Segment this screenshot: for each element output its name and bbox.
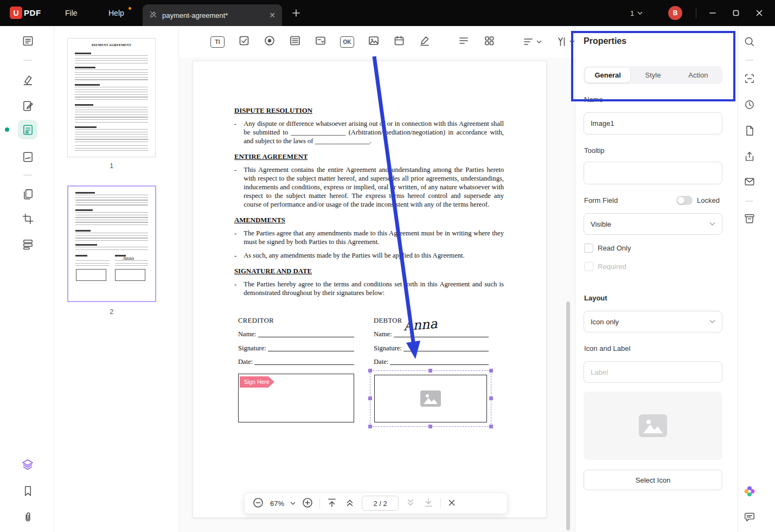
properties-tabs: General Style Action — [584, 66, 722, 84]
window-minimize-button[interactable] — [703, 0, 722, 26]
chevron-down-icon — [709, 222, 715, 226]
resize-handle-se[interactable] — [489, 425, 493, 428]
radio-field-icon[interactable] — [264, 35, 276, 49]
label-input[interactable] — [584, 361, 722, 383]
export-icon[interactable] — [744, 125, 755, 137]
chat-icon[interactable] — [744, 511, 755, 523]
resize-handle-sw[interactable] — [368, 425, 372, 428]
menu-help[interactable]: Help — [108, 0, 124, 26]
date-field-icon[interactable] — [393, 35, 405, 49]
push-button-icon[interactable]: OK — [340, 36, 354, 48]
chevron-down-icon — [637, 11, 643, 15]
read-mode-icon[interactable] — [21, 34, 34, 47]
previous-page-button[interactable] — [344, 497, 356, 510]
properties-panel: Properties General Style Action Name Too… — [575, 26, 738, 532]
resize-handle-nw[interactable] — [368, 369, 372, 373]
page-indicator[interactable]: 2 / 2 — [362, 496, 399, 511]
sign-here-tag[interactable]: Sign Here — [240, 376, 274, 388]
crop-icon[interactable] — [21, 212, 34, 225]
toolbar-divider — [23, 175, 32, 176]
form-tools-control[interactable] — [555, 36, 575, 48]
titlebar-separator — [696, 8, 696, 18]
search-icon[interactable] — [744, 36, 755, 48]
document-tab[interactable]: payment-agreement* ✕ — [143, 4, 282, 26]
resize-handle-w[interactable] — [368, 396, 372, 400]
attachment-icon[interactable] — [21, 510, 34, 523]
resize-handle-ne[interactable] — [489, 369, 493, 373]
email-icon[interactable] — [744, 176, 755, 188]
creditor-signature-row: Signature: — [238, 344, 354, 352]
menu-file[interactable]: File — [65, 0, 78, 26]
bookmark-icon[interactable] — [21, 484, 34, 497]
paragraph: - The Parties agree that any amendments … — [234, 229, 504, 247]
archive-icon[interactable] — [744, 213, 755, 225]
page-edit-icon[interactable] — [21, 99, 34, 112]
tab-general[interactable]: General — [585, 68, 630, 82]
debtor-date-row: Date: — [374, 357, 489, 366]
tab-action[interactable]: Action — [676, 68, 721, 82]
window-count-control[interactable]: 1 — [630, 0, 643, 26]
vertical-scrollbar[interactable] — [566, 302, 570, 530]
tooltip-label: Tooltip — [584, 146, 605, 155]
select-icon-button[interactable]: Select Icon — [584, 470, 722, 490]
locked-toggle[interactable] — [676, 196, 693, 205]
creditor-title: CREDITOR — [238, 317, 274, 325]
new-tab-button[interactable] — [291, 0, 301, 26]
image-field-box[interactable] — [374, 375, 487, 422]
scroll-to-bottom-button[interactable] — [422, 497, 434, 510]
grid-view-icon[interactable] — [483, 35, 495, 49]
resize-handle-e[interactable] — [489, 396, 493, 400]
page-number-label: 2 — [67, 307, 156, 316]
visibility-select[interactable]: Visible — [584, 213, 722, 235]
page-thumbnail-1[interactable]: PAYMENT AGREEMENT — [67, 38, 156, 157]
zoom-dropdown-icon[interactable] — [290, 502, 296, 505]
updf-logo-mark: U — [10, 7, 22, 19]
ocr-icon[interactable] — [744, 73, 755, 85]
chevron-down-icon — [569, 40, 575, 44]
combo-box-icon[interactable] — [315, 35, 326, 49]
organize-pages-icon[interactable] — [21, 238, 34, 251]
page-thumbnail-2[interactable]: Anna — [67, 185, 156, 302]
next-page-button[interactable] — [405, 497, 417, 510]
sort-fields-control[interactable] — [522, 36, 542, 48]
list-box-icon[interactable] — [289, 35, 301, 49]
image-placeholder-icon — [420, 390, 441, 407]
debtor-handwritten-signature: Anna — [403, 316, 438, 334]
image-placeholder-icon — [639, 414, 667, 437]
read-only-checkbox[interactable] — [584, 243, 593, 253]
tab-close-icon[interactable]: ✕ — [269, 11, 276, 19]
resize-handle-s[interactable] — [428, 425, 432, 428]
updf-ai-icon[interactable] — [744, 485, 755, 497]
debtor-image-field-selected[interactable] — [370, 370, 491, 427]
creditor-signature-field[interactable]: Sign Here — [238, 374, 354, 422]
zoom-out-button[interactable] — [252, 497, 264, 510]
image-field-icon[interactable] — [368, 35, 380, 49]
resize-handle-n[interactable] — [428, 369, 432, 373]
pages-icon[interactable] — [21, 188, 34, 201]
window-maximize-button[interactable] — [727, 0, 745, 26]
zoom-in-button[interactable] — [302, 497, 313, 510]
signature-field-icon[interactable] — [419, 35, 431, 49]
required-checkbox[interactable] — [584, 262, 593, 271]
text-field-icon[interactable]: TI — [210, 36, 225, 48]
field-list-icon[interactable] — [458, 35, 470, 49]
history-icon[interactable] — [744, 99, 755, 111]
name-input[interactable] — [584, 112, 722, 134]
highlighter-icon[interactable] — [21, 73, 34, 86]
share-icon[interactable] — [744, 151, 755, 163]
close-toolbar-button[interactable] — [447, 498, 457, 509]
creditor-name-row: Name: — [238, 330, 354, 338]
layout-select[interactable]: Icon only — [584, 311, 722, 332]
tooltip-input[interactable] — [584, 162, 722, 184]
scroll-to-top-button[interactable] — [326, 497, 338, 510]
icon-and-label-label: Icon and Label — [584, 344, 630, 353]
window-close-button[interactable] — [750, 0, 768, 26]
layers-icon[interactable] — [21, 458, 34, 471]
avatar[interactable]: B — [668, 6, 682, 20]
toolbar-divider — [23, 60, 32, 61]
window-count: 1 — [630, 9, 634, 17]
forms-icon[interactable] — [21, 123, 34, 136]
checkbox-field-icon[interactable] — [238, 35, 250, 49]
tab-style[interactable]: Style — [630, 68, 675, 82]
fill-sign-icon[interactable] — [21, 150, 34, 163]
